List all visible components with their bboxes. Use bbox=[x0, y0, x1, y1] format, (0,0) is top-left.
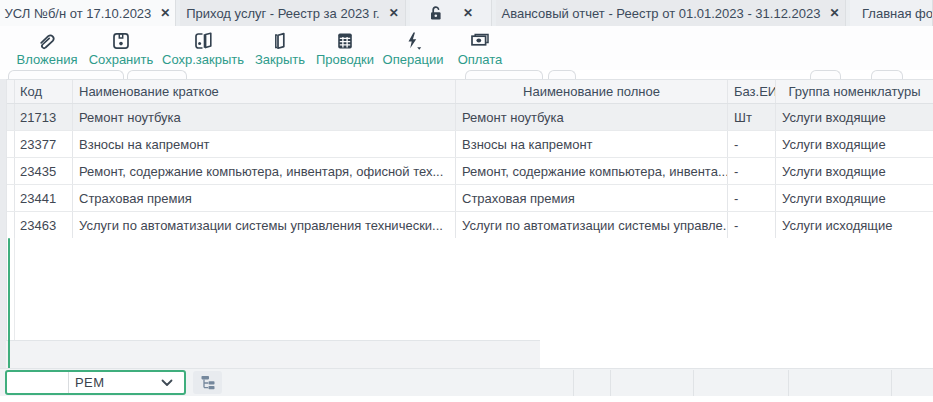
hidden-element-peek bbox=[548, 70, 576, 79]
column-header-base-unit[interactable]: Баз.ЕИ bbox=[728, 80, 776, 103]
row-marker[interactable] bbox=[7, 212, 15, 238]
hierarchy-button[interactable] bbox=[193, 371, 222, 394]
toolbar-button-label: Сохранить bbox=[89, 52, 154, 68]
marker-column-line bbox=[14, 238, 15, 340]
table-cell[interactable]: - bbox=[728, 158, 776, 184]
table-cell[interactable]: Услуги исходящие bbox=[776, 212, 933, 238]
row-marker[interactable] bbox=[7, 104, 15, 130]
tab-label: Главная форм bbox=[862, 6, 933, 21]
table-cell[interactable]: 23441 bbox=[15, 185, 73, 211]
row-marker[interactable] bbox=[7, 131, 15, 157]
table-header-row: Код Наименование краткое Наименование по… bbox=[7, 80, 933, 104]
table-cell[interactable]: 21713 bbox=[15, 104, 73, 130]
table-row[interactable]: 23377Взносы на капремонтВзносы на капрем… bbox=[7, 131, 933, 158]
close-icon[interactable]: ✕ bbox=[389, 7, 399, 19]
toolbar-button-label: Операции bbox=[383, 52, 444, 68]
table-cell[interactable]: - bbox=[728, 185, 776, 211]
column-header-short-name[interactable]: Наименование краткое bbox=[73, 80, 456, 103]
combobox-code-section[interactable] bbox=[7, 372, 69, 393]
tab-locked[interactable]: ✕ bbox=[410, 0, 492, 26]
hierarchy-icon bbox=[200, 375, 216, 390]
table-cell[interactable]: - bbox=[728, 212, 776, 238]
save-close-button[interactable]: Сохр.закрыть bbox=[160, 30, 246, 70]
dropdown-footer-strip bbox=[6, 340, 540, 368]
toolbar: Вложения Сохранить Сохр.з bbox=[0, 26, 933, 70]
footer-cell-divider bbox=[891, 370, 892, 396]
combobox-value[interactable]: РЕМ bbox=[69, 375, 161, 390]
lightning-icon bbox=[402, 30, 424, 52]
table-cell[interactable]: Взносы на капремонт bbox=[456, 131, 728, 157]
table-row[interactable]: 21713Ремонт ноутбукаРемонт ноутбукаШтУсл… bbox=[7, 104, 933, 131]
tab-bar: УСЛ №б/н от 17.10.2023 ✕ Приход услуг - … bbox=[0, 0, 933, 26]
table-cell[interactable]: Услуги входящие bbox=[776, 104, 933, 130]
table-cell[interactable]: Страховая премия bbox=[456, 185, 728, 211]
unlock-icon bbox=[428, 5, 443, 21]
filter-combobox[interactable]: РЕМ bbox=[5, 370, 186, 395]
tab-usl-document[interactable]: УСЛ №б/н от 17.10.2023 ✕ bbox=[0, 0, 176, 26]
column-header-full-name[interactable]: Наименование полное bbox=[456, 80, 728, 103]
table-cell[interactable]: - bbox=[728, 131, 776, 157]
hidden-element-peek bbox=[465, 70, 543, 79]
table-cell[interactable]: 23463 bbox=[15, 212, 73, 238]
postings-button[interactable]: Проводки bbox=[313, 30, 377, 70]
table-row[interactable]: 23463Услуги по автоматизации системы упр… bbox=[7, 212, 933, 239]
filter-footer-bar: РЕМ bbox=[0, 368, 933, 396]
row-marker[interactable] bbox=[7, 185, 15, 211]
table-cell[interactable]: Услуги входящие bbox=[776, 185, 933, 211]
row-marker[interactable] bbox=[7, 158, 15, 184]
hidden-element-peek bbox=[127, 70, 187, 79]
close-button[interactable]: Закрыть bbox=[250, 30, 310, 70]
save-close-icon bbox=[193, 30, 214, 52]
table-cell[interactable]: Ремонт ноутбука bbox=[456, 104, 728, 130]
payment-button[interactable]: Оплата bbox=[449, 30, 511, 70]
save-icon bbox=[111, 30, 131, 52]
tab-prihod-uslug[interactable]: Приход услуг - Реестр за 2023 г. ✕ bbox=[180, 0, 406, 26]
toolbar-button-label: Оплата bbox=[458, 52, 503, 68]
table-empty-area bbox=[6, 238, 933, 340]
tab-label: Приход услуг - Реестр за 2023 г. bbox=[186, 6, 380, 21]
tab-label: Авансовый отчет - Реестр от 01.01.2023 -… bbox=[502, 6, 821, 21]
column-header-code[interactable]: Код bbox=[15, 80, 73, 103]
tab-label: УСЛ №б/н от 17.10.2023 bbox=[5, 6, 152, 21]
table-cell[interactable]: 23377 bbox=[15, 131, 73, 157]
footer-cell-divider bbox=[610, 370, 611, 396]
table-cell[interactable]: 23435 bbox=[15, 158, 73, 184]
save-button[interactable]: Сохранить bbox=[84, 30, 158, 70]
table-row[interactable]: 23441Страховая премияСтраховая премия-Ус… bbox=[7, 185, 933, 212]
table-cell[interactable]: Ремонт, содержание компьютера, инвента..… bbox=[456, 158, 728, 184]
nomenclature-table: Код Наименование краткое Наименование по… bbox=[6, 79, 933, 239]
table-cell[interactable]: Страховая премия bbox=[73, 185, 456, 211]
hidden-element-peek bbox=[8, 70, 124, 79]
table-row[interactable]: 23435Ремонт, содержание компьютера, инве… bbox=[7, 158, 933, 185]
tab-glavnaya-forma[interactable]: Главная форм bbox=[850, 0, 933, 26]
close-icon[interactable]: ✕ bbox=[160, 7, 170, 19]
close-icon[interactable]: ✕ bbox=[463, 7, 473, 19]
table-cell[interactable]: Услуги входящие bbox=[776, 131, 933, 157]
table-cell[interactable]: Ремонт ноутбука bbox=[73, 104, 456, 130]
table-cell[interactable]: Ремонт, содержание компьютера, инвентаря… bbox=[73, 158, 456, 184]
paperclip-icon bbox=[36, 30, 58, 52]
chevron-down-icon[interactable] bbox=[161, 379, 184, 387]
toolbar-button-label: Сохр.закрыть bbox=[162, 52, 244, 68]
row-marker-header bbox=[7, 80, 15, 103]
footer-cell-divider bbox=[788, 370, 789, 396]
close-door-icon bbox=[270, 30, 290, 52]
operations-button[interactable]: Операции bbox=[380, 30, 446, 70]
table-cell[interactable]: Услуги по автоматизации системы управлен… bbox=[73, 212, 456, 238]
payment-icon bbox=[469, 30, 491, 52]
table-cell[interactable]: Шт bbox=[728, 104, 776, 130]
footer-cell-divider bbox=[573, 370, 574, 396]
chevron-down-icon bbox=[417, 47, 421, 50]
toolbar-button-label: Вложения bbox=[17, 52, 78, 68]
dropdown-focus-edge bbox=[8, 238, 10, 370]
footer-cell-divider bbox=[693, 370, 694, 396]
table-cell[interactable]: Услуги по автоматизации системы управле.… bbox=[456, 212, 728, 238]
close-icon[interactable]: ✕ bbox=[829, 7, 839, 19]
tab-avansovyi-otchet[interactable]: Авансовый отчет - Реестр от 01.01.2023 -… bbox=[496, 0, 846, 26]
column-header-group[interactable]: Группа номенклатуры bbox=[776, 80, 933, 103]
table-cell[interactable]: Услуги входящие bbox=[776, 158, 933, 184]
calculator-icon bbox=[335, 30, 355, 52]
table-cell[interactable]: Взносы на капремонт bbox=[73, 131, 456, 157]
attachments-button[interactable]: Вложения bbox=[8, 30, 86, 70]
toolbar-button-label: Закрыть bbox=[255, 52, 305, 68]
